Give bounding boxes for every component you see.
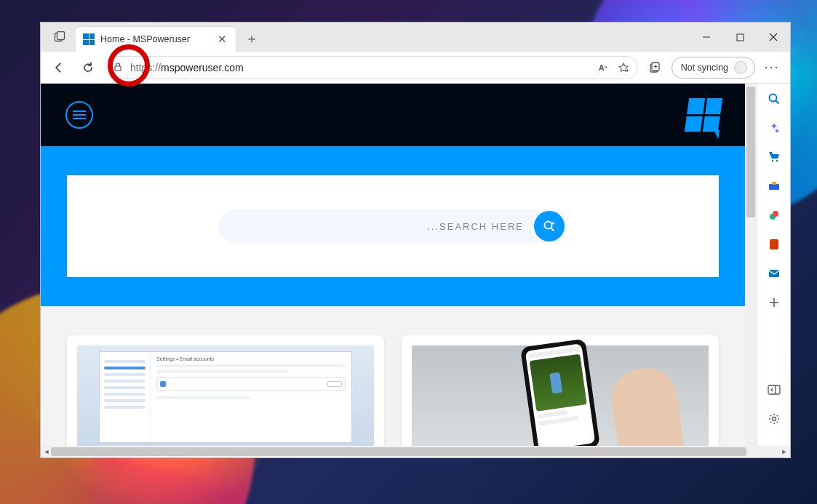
article-thumbnail-1: Settings • Email accounts <box>77 345 374 446</box>
page-viewport: Settings • Email accounts <box>41 84 745 446</box>
site-menu-button[interactable] <box>65 101 93 129</box>
sidebar-shopping-icon[interactable] <box>766 149 782 165</box>
sidebar-office-icon[interactable] <box>766 236 782 252</box>
site-logo[interactable] <box>685 98 722 132</box>
address-actions: A» <box>597 61 630 74</box>
sidebar-tools-icon[interactable] <box>766 178 782 194</box>
address-url: https://mspoweruser.com <box>130 62 591 73</box>
site-search <box>218 209 567 243</box>
svg-rect-26 <box>770 239 778 249</box>
hscroll-right-arrow[interactable]: ► <box>778 446 790 457</box>
favorite-icon[interactable] <box>617 61 630 74</box>
nav-refresh-button[interactable] <box>76 55 100 80</box>
new-tab-button[interactable]: ＋ <box>240 27 263 50</box>
svg-rect-23 <box>772 182 776 185</box>
sidebar-settings-icon[interactable] <box>766 411 782 427</box>
browser-window: Home - MSPoweruser ✕ ＋ https://mspowerus… <box>40 22 791 458</box>
vertical-scrollbar[interactable] <box>745 84 757 446</box>
profile-sync-button[interactable]: Not syncing <box>671 57 755 79</box>
hero-search-section <box>41 146 745 306</box>
vertical-scroll-thumb[interactable] <box>746 87 755 217</box>
sidebar-games-icon[interactable] <box>766 207 782 223</box>
website-content: Settings • Email accounts <box>41 84 745 446</box>
hamburger-icon <box>73 111 86 119</box>
svg-rect-1 <box>57 32 65 40</box>
read-aloud-icon[interactable]: A» <box>597 61 610 74</box>
svg-line-14 <box>551 228 554 231</box>
sidebar-search-icon[interactable] <box>766 91 782 107</box>
svg-point-19 <box>776 129 778 132</box>
collections-button[interactable] <box>642 55 667 80</box>
edge-sidebar <box>757 84 790 446</box>
svg-point-25 <box>773 211 778 217</box>
horizontal-scroll-thumb[interactable] <box>51 447 746 456</box>
tab-favicon <box>83 33 95 45</box>
sidebar-add-button[interactable] <box>766 295 782 311</box>
tab-actions-button[interactable] <box>47 24 73 50</box>
article-card-2[interactable] <box>402 335 719 446</box>
horizontal-scrollbar[interactable]: ◄ ► <box>41 446 790 457</box>
svg-point-32 <box>772 417 776 421</box>
svg-point-21 <box>776 160 777 161</box>
settings-more-button[interactable]: ··· <box>760 55 784 80</box>
hero-search-panel <box>67 175 719 277</box>
window-close-button[interactable] <box>757 23 790 52</box>
svg-line-18 <box>776 101 778 104</box>
window-maximize-button[interactable] <box>723 23 757 52</box>
article-thumbnail-2 <box>412 345 709 446</box>
tab-close-button[interactable]: ✕ <box>215 33 228 46</box>
window-controls <box>690 23 790 52</box>
profile-avatar-icon <box>734 61 747 74</box>
sync-label: Not syncing <box>681 63 728 73</box>
article-cards: Settings • Email accounts <box>41 306 745 446</box>
svg-rect-30 <box>768 385 780 394</box>
lock-icon[interactable] <box>113 62 124 73</box>
window-minimize-button[interactable] <box>690 23 723 52</box>
sidebar-copilot-icon[interactable] <box>766 120 782 136</box>
content-row: Settings • Email accounts <box>41 84 790 446</box>
nav-back-button[interactable] <box>47 55 71 80</box>
svg-rect-3 <box>737 34 744 41</box>
site-search-button[interactable] <box>534 211 565 241</box>
browser-tab[interactable]: Home - MSPoweruser ✕ <box>76 27 236 52</box>
article-card-1[interactable]: Settings • Email accounts <box>67 335 384 446</box>
browser-toolbar: https://mspoweruser.com A» Not syncing ·… <box>41 52 790 84</box>
site-header <box>41 84 745 146</box>
svg-rect-22 <box>769 184 779 190</box>
sidebar-hide-button[interactable] <box>766 382 782 398</box>
tab-title: Home - MSPoweruser <box>100 34 190 44</box>
svg-rect-6 <box>115 66 121 71</box>
svg-point-20 <box>771 160 773 161</box>
search-icon <box>542 219 557 233</box>
sidebar-outlook-icon[interactable] <box>766 265 782 281</box>
site-search-input[interactable] <box>236 221 534 232</box>
svg-rect-27 <box>769 270 779 277</box>
titlebar: Home - MSPoweruser ✕ ＋ <box>41 23 790 52</box>
address-bar[interactable]: https://mspoweruser.com A» <box>105 56 638 79</box>
